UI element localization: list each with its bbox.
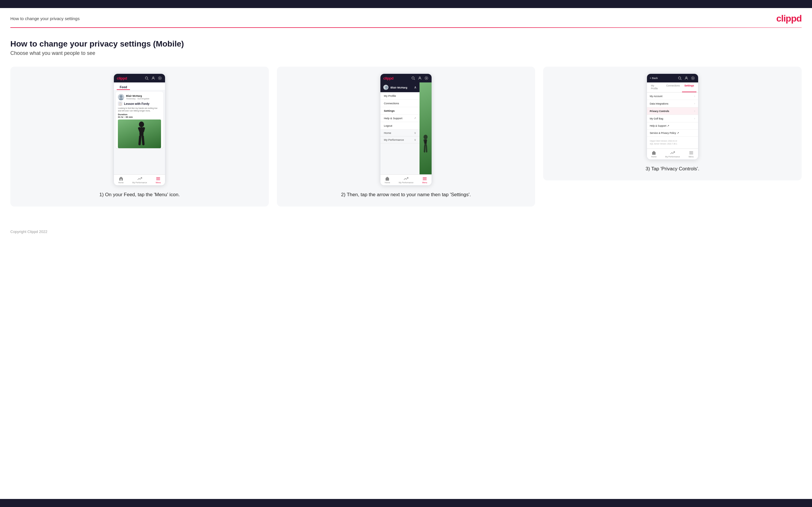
phone-2-body: Blair McHarg ∧ My Profile Connections Se… (380, 82, 432, 174)
settings-my-account: My Account › (647, 93, 698, 100)
nav-menu-label-2: Menu (422, 181, 427, 183)
nav-performance-3: My Performance (665, 150, 680, 158)
search-icon (144, 76, 149, 80)
menu-item-connections: Connections (380, 100, 419, 107)
step-3-card: < Back (543, 67, 802, 180)
menu-icon-3 (689, 150, 694, 155)
menu-item-help: Help & Support (380, 115, 419, 122)
home-icon (118, 176, 123, 181)
svg-rect-38 (689, 153, 693, 153)
svg-rect-26 (425, 145, 427, 153)
back-button: < Back (650, 77, 658, 79)
my-golf-bag-chevron: › (694, 117, 695, 120)
phone-1-bottom-nav: Home My Performance Menu (114, 174, 165, 185)
nav-menu-2: Menu (422, 176, 427, 183)
svg-rect-15 (156, 179, 160, 180)
phone-2-icons (411, 76, 429, 80)
tab-settings: Settings (682, 82, 697, 92)
svg-point-32 (678, 77, 680, 79)
step-2-label: 2) Then, tap the arrow next to your name… (341, 191, 471, 199)
home-chevron: ∨ (414, 131, 416, 134)
svg-line-17 (414, 79, 415, 80)
svg-rect-12 (142, 135, 145, 146)
nav-menu-label: Menu (156, 181, 161, 183)
step-1-label: 1) On your Feed, tap the 'Menu' icon. (100, 191, 180, 199)
menu-user-info: Blair McHarg (383, 85, 407, 90)
help-support-label: Help & Support ↗ (650, 124, 669, 127)
footer: Copyright Clippd 2022 (0, 224, 812, 239)
svg-rect-11 (138, 135, 142, 146)
header: How to change your privacy settings clip… (0, 8, 812, 27)
svg-point-7 (139, 121, 144, 127)
svg-rect-39 (689, 154, 693, 154)
user-icon-3 (684, 76, 689, 80)
menu-section-home: Home ∨ (380, 129, 419, 136)
phone-1-icons (144, 76, 162, 80)
nav-performance-label-2: My Performance (399, 181, 413, 183)
settings-icon-2 (424, 76, 429, 80)
data-integrations-chevron: › (694, 102, 695, 105)
settings-tabs: My Profile Connections Settings (647, 82, 698, 93)
search-icon-3 (677, 76, 682, 80)
feed-duration: Duration 01 hr : 30 min (118, 113, 161, 118)
performance-chevron: ∨ (414, 138, 416, 141)
feed-user-row: Blair McHarg Yesterday · Sunningdale (118, 94, 161, 100)
data-integrations-label: Data Integrations (650, 102, 668, 105)
page-subtitle: Choose what you want people to see (10, 50, 802, 56)
settings-my-golf-bag: My Golf Bag › (647, 115, 698, 122)
feed-lesson-title: 📋 Lesson with Fordy (118, 101, 161, 106)
bottom-bar (0, 499, 812, 507)
step-1-card: clippd (10, 67, 269, 207)
copyright: Copyright Clippd 2022 (10, 229, 47, 234)
logo: clippd (776, 13, 802, 24)
user-icon-2 (417, 76, 422, 80)
performance-icon-2 (403, 176, 409, 181)
nav-performance-label: My Performance (132, 181, 147, 183)
nav-menu-3: Menu (689, 150, 694, 158)
step-3-label: 3) Tap 'Privacy Controls'. (646, 165, 699, 173)
svg-point-36 (691, 77, 695, 80)
svg-point-3 (160, 77, 161, 79)
nav-home-label-2: Home (385, 181, 390, 183)
svg-point-4 (158, 77, 162, 80)
nav-performance: My Performance (132, 176, 147, 183)
performance-icon-3 (670, 150, 675, 155)
lesson-icon: 📋 (118, 101, 122, 106)
phone-1-logo: clippd (117, 76, 127, 80)
feed-desc: Looking to feel like my hands are exitin… (118, 107, 161, 112)
nav-menu: Menu (156, 176, 161, 183)
nav-home-2: Home (385, 176, 390, 183)
step-3-phone: < Back (647, 73, 699, 160)
svg-point-21 (423, 135, 427, 139)
home-icon-3 (651, 150, 656, 155)
my-golf-bag-label: My Golf Bag (650, 117, 663, 120)
menu-avatar (383, 85, 389, 90)
svg-point-2 (153, 77, 154, 78)
settings-version: Clippd Client Version: 2022.8.3-3 SQL Se… (647, 137, 698, 149)
menu-item-settings: Settings (380, 107, 419, 115)
menu-item-my-profile: My Profile (380, 92, 419, 100)
my-account-label: My Account (650, 95, 662, 98)
svg-point-5 (119, 95, 122, 98)
nav-home-3: Home (651, 150, 657, 158)
settings-list: My Account › Data Integrations › Privacy… (647, 93, 698, 137)
search-icon-2 (411, 76, 415, 80)
settings-back-bar: < Back (647, 74, 698, 82)
menu-section-performance: My Performance ∨ (380, 136, 419, 143)
menu-icon-2 (422, 176, 427, 181)
svg-rect-14 (156, 178, 160, 179)
privacy-controls-label: Privacy Controls (650, 110, 669, 113)
svg-point-6 (118, 98, 123, 100)
phone-2-bottom-nav: Home My Performance Menu (380, 174, 432, 185)
svg-point-34 (686, 77, 687, 78)
step-2-phone: clippd (380, 73, 432, 185)
phone-2-header: clippd (380, 74, 432, 82)
svg-line-33 (680, 79, 681, 80)
svg-point-19 (426, 77, 427, 79)
nav-home-label: Home (118, 181, 123, 183)
svg-rect-37 (689, 151, 693, 152)
performance-icon (137, 176, 142, 181)
my-account-chevron: › (694, 95, 695, 98)
menu-items: My Profile Connections Settings Help & S… (380, 92, 419, 143)
phone-3-bottom-nav: Home My Performance Menu (647, 149, 698, 159)
